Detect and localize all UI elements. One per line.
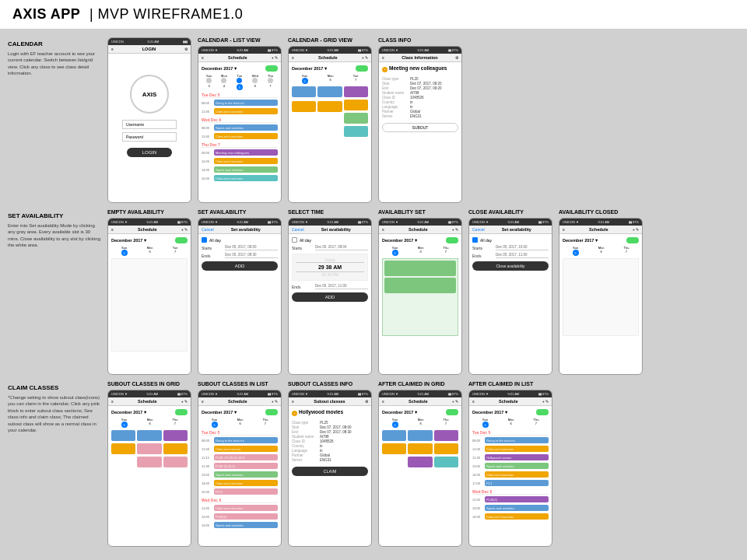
list-item[interactable]: 08:00 Going to the doctor's xyxy=(472,436,549,444)
login-phone: UNICON 9:21 AM ▮▮▮ ≡ LOGIN ⚙ AXIS Userna… xyxy=(107,37,191,203)
claimed-block[interactable] xyxy=(408,457,432,467)
add-button2[interactable]: ADD xyxy=(292,292,368,302)
list-item[interactable]: 14:00 Sports and activities xyxy=(202,166,278,173)
list-item[interactable]: 11:00 Cities and countries xyxy=(202,107,278,115)
grid-block[interactable] xyxy=(344,113,368,124)
grid-block[interactable] xyxy=(163,443,188,454)
grid-block[interactable] xyxy=(408,430,432,441)
avail-closed-section: AVAILABLITY CLOSED UNICON ▼9:21 AM▮▮ 87%… xyxy=(559,209,643,375)
calendar-grid-title: CALENDAR - GRID VIEW xyxy=(288,37,372,43)
subout-list-title: SUBOUT CLASSES IN LIST xyxy=(198,381,282,387)
login-content: AXIS Username Password LOGIN xyxy=(108,54,191,178)
subout-grid-block[interactable] xyxy=(163,457,188,467)
subout-list-item[interactable]: 12:00 PL20(1) xyxy=(202,513,278,520)
password-field[interactable]: Password xyxy=(122,132,177,142)
cancel-link2[interactable]: Cancel xyxy=(292,227,304,232)
subout-grid-title: SUBOUT CLASSES IN GRID xyxy=(107,381,191,387)
main-content: CALENDAR Login with EF teacher account t… xyxy=(0,30,747,555)
list-item[interactable]: 14:00 Cities and countries xyxy=(472,513,549,520)
after-claimed-list-section: AFTER CLAIMED IN LIST UNICON ▼9:21 AM▮▮ … xyxy=(468,381,552,547)
close-avail-button[interactable]: Close availability xyxy=(472,261,549,271)
grid-block[interactable] xyxy=(317,86,342,97)
list-item[interactable]: 13:00 Sports and activities xyxy=(472,504,549,512)
axis-logo: AXIS xyxy=(130,75,169,114)
subout-grid-block[interactable] xyxy=(137,457,161,467)
grid-toggle[interactable] xyxy=(356,65,368,72)
list-item[interactable]: 13:00 Sports and activities xyxy=(202,471,278,478)
subout-info-phone: UNICON ▼9:21 AM▮▮ 87% ≡ Subout classes ⚙… xyxy=(288,390,372,547)
grid-block[interactable] xyxy=(434,457,458,467)
login-status-bar: UNICON 9:21 AM ▮▮▮ xyxy=(108,38,191,45)
subout-list-item[interactable]: 11:30 PL29 (1| GL1) xyxy=(202,462,278,470)
subout-grid-phone: UNICON ▼9:21 AM▮▮ 87% ≡ Schedule + ✎ Dec… xyxy=(107,390,191,547)
grid-block[interactable] xyxy=(292,86,316,97)
subout-list-item[interactable]: 11:00 Cities and countries xyxy=(202,504,278,512)
list-nav: ≡ Schedule + ✎ xyxy=(198,54,281,62)
list-item[interactable]: 11:00 PL20(1) xyxy=(472,495,549,503)
grid-block[interactable] xyxy=(111,443,135,454)
grid-block[interactable] xyxy=(292,101,316,112)
grid-block[interactable] xyxy=(163,430,188,441)
after-claimed-grid-section: AFTER CLAIMED IN GRID UNICON ▼9:21 AM▮▮ … xyxy=(378,381,462,547)
grid-block[interactable] xyxy=(344,86,368,97)
grid-block[interactable] xyxy=(382,443,406,454)
subout-list-phone: UNICON ▼9:21 AM▮▮ 87% ≡ Schedule + ✎ Dec… xyxy=(198,390,282,547)
calendar-grid-phone: UNICON ▼ 9:21 AM ▮▮ 87% ≡ Schedule + ✎ D… xyxy=(288,46,372,203)
list-item[interactable]: 13:00 Sports and activities xyxy=(472,462,549,470)
list-item[interactable]: 11:00 Cities and countries xyxy=(472,445,549,453)
subout-button[interactable]: SUBOUT xyxy=(382,123,458,132)
all-day-checkbox3[interactable] xyxy=(472,237,478,243)
list-item[interactable]: 08:00 Sports and activities xyxy=(202,124,278,131)
calendar-list-phone: UNICON ▼ 9:21 AM ▮▮ 87% ≡ Schedule + ✎ D… xyxy=(198,46,282,203)
calendar-desc: Login with EF teacher account to see you… xyxy=(8,51,101,77)
all-day-checkbox[interactable] xyxy=(202,237,207,243)
class-name: Meeting new colleagues xyxy=(389,65,447,71)
claim-button[interactable]: CLAIM xyxy=(292,467,368,476)
set-avail-desc: SET AVAILABILITY Enter into Set availabi… xyxy=(8,209,101,375)
grid-block[interactable] xyxy=(317,101,342,112)
subout-grid-block[interactable] xyxy=(137,443,161,454)
calendar-list-title: CALENDAR - LIST VIEW xyxy=(198,37,282,43)
list-item[interactable]: 09:00 Meeting new colleagues xyxy=(202,149,278,156)
subout-list-item[interactable]: 15:00 PL71 xyxy=(202,488,278,495)
list-item[interactable]: 13:00 Sports and activities xyxy=(202,521,278,529)
username-field[interactable]: Username xyxy=(122,120,177,129)
subout-grid-section: SUBOUT CLASSES IN GRID UNICON ▼9:21 AM▮▮… xyxy=(107,381,191,547)
add-button[interactable]: ADD xyxy=(202,261,278,271)
grid-block[interactable] xyxy=(382,430,406,441)
list-item[interactable]: 17:00 PL1 xyxy=(472,479,549,487)
list-item[interactable]: 11:00 Cities and counter xyxy=(202,445,278,453)
list-item[interactable]: 12:00 Cities and countries xyxy=(202,157,278,165)
cancel-link[interactable]: Cancel xyxy=(202,227,214,232)
close-avail-section: CLOSE AVAILABLITY UNICON ▼9:21 AM▮▮ 87% … xyxy=(468,209,552,375)
list-item[interactable]: 14:00 Cities and countries xyxy=(202,479,278,487)
login-button[interactable]: LOGIN xyxy=(127,148,173,157)
class-info-section: CLASS INFO UNICON ▼ 9:21 AM ▮▮ 87% ≡ Cla… xyxy=(378,37,462,203)
list-item[interactable]: 11:00 Cities and countries xyxy=(202,132,278,140)
grid-block[interactable] xyxy=(434,430,458,441)
grid-block[interactable] xyxy=(408,443,432,454)
login-nav: ≡ LOGIN ⚙ xyxy=(108,45,191,54)
avail-set-area[interactable] xyxy=(382,258,458,336)
grid-block[interactable] xyxy=(344,100,368,110)
calendar-section-desc: CALENDAR Login with EF teacher account t… xyxy=(8,37,101,203)
grid-date-strip: Sun5 Mon6 Tue7 xyxy=(292,74,368,84)
list-item[interactable]: 11:30 Hollywood movies xyxy=(472,453,549,461)
select-time-section: SELECT TIME UNICON ▼9:21 AM▮▮ 87% Cancel… xyxy=(288,209,372,375)
view-toggle[interactable] xyxy=(265,65,278,72)
list-item[interactable]: 08:00 Going to the doctor's xyxy=(202,99,278,107)
list-item[interactable]: 08:00 Going to the doctor's xyxy=(202,436,278,444)
avail-set-section: AVAILABLITY SET UNICON ▼9:21 AM▮▮ 87% ≡ … xyxy=(378,209,462,375)
empty-avail-area[interactable] xyxy=(111,258,188,352)
list-item[interactable]: 14:00 Cities and countries xyxy=(472,471,549,478)
grid-block[interactable] xyxy=(344,126,368,137)
list-item[interactable]: 15:00 Cities and countries xyxy=(202,174,278,182)
time-picker[interactable]: Today 29 38 AM 30 39 PM xyxy=(292,254,368,281)
grid-block[interactable] xyxy=(434,443,458,454)
row-1: CALENDAR Login with EF teacher account t… xyxy=(8,37,739,203)
subout-list-item[interactable]: 11:15 PL28 | PL29 (1| GLT) xyxy=(202,453,278,461)
grid-block[interactable] xyxy=(111,430,135,441)
all-day-checkbox2[interactable] xyxy=(292,237,297,243)
set-avail-section2: SET AVAILABILITY UNICON ▼9:21 AM▮▮ 87% C… xyxy=(198,209,282,375)
grid-block[interactable] xyxy=(137,430,161,441)
